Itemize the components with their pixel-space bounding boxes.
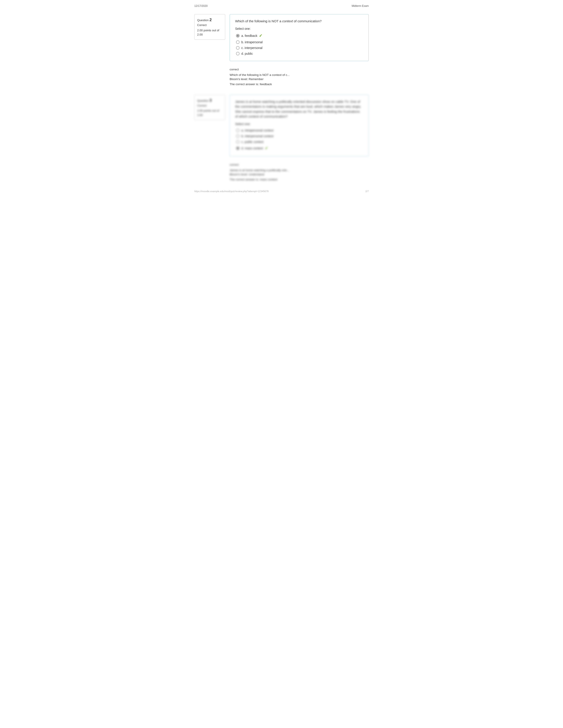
radio-3-a <box>236 129 239 132</box>
question-3-main: James is at home watching a politically … <box>229 95 369 156</box>
option-3-b-text: b. interpersonal context <box>241 134 273 138</box>
radio-3-c <box>236 140 239 144</box>
select-one-label-2: Select one: <box>235 27 363 30</box>
question-2-status: Correct <box>197 23 222 27</box>
question-2-number: 2 <box>209 18 212 22</box>
option-3-d: d. mass context ✓ <box>236 145 363 152</box>
header-date: 12/17/2020 <box>194 4 207 8</box>
select-one-label-3: Select one: <box>235 122 363 126</box>
feedback-3-summary: James is at home watching a politically … <box>229 169 369 172</box>
question-3-status: Correct <box>197 103 222 108</box>
question-2-block: Question 2 Correct 2.00 points out of 2.… <box>194 14 369 61</box>
feedback-2-status: correct <box>229 68 369 71</box>
feedback-2: correct Which of the following is NOT a … <box>229 68 369 86</box>
radio-2-a <box>236 34 239 38</box>
option-2-a: a. feedback ✓ <box>236 32 363 39</box>
option-3-b: b. interpersonal context <box>236 133 363 139</box>
page-header: 12/17/2020 Midterm Exam <box>194 4 369 8</box>
option-2-b: b. intrapersonal <box>236 39 363 45</box>
radio-2-d <box>236 52 239 55</box>
option-3-c: c. public context <box>236 139 363 145</box>
footer-page: 2/7 <box>366 190 369 193</box>
question-3-sidebar: Question 3 Correct 2.00 points out of 2.… <box>194 95 225 120</box>
radio-3-b <box>236 134 239 138</box>
footer-url: https://moodle.example.edu/mod/quiz/revi… <box>194 190 269 193</box>
feedback-3-status: correct <box>229 163 369 166</box>
question-3-options: a. intrapersonal context b. interpersona… <box>236 128 363 152</box>
page-footer: https://moodle.example.edu/mod/quiz/revi… <box>194 190 369 193</box>
option-2-c: c. interpersonal <box>236 45 363 51</box>
question-3-points: 2.00 points out of 2.00 <box>197 109 222 117</box>
question-2-options: a. feedback ✓ b. intrapersonal c. interp… <box>236 32 363 56</box>
question-3-text: James is at home watching a politically … <box>235 99 363 119</box>
feedback-3-answer: The correct answer is: mass context <box>229 178 369 181</box>
feedback-2-answer: The correct answer is: feedback <box>229 83 369 86</box>
option-2-c-text: c. interpersonal <box>241 46 262 50</box>
option-3-a-text: a. intrapersonal context <box>241 129 273 132</box>
option-2-d-text: d. public <box>241 52 253 55</box>
radio-2-b <box>236 40 239 44</box>
feedback-2-summary: Which of the following is NOT a context … <box>229 73 369 77</box>
question-3-label: Question <box>197 99 209 102</box>
radio-2-c <box>236 46 239 50</box>
question-2-main: Which of the following is NOT a context … <box>229 14 369 61</box>
correct-checkmark-2: ✓ <box>259 33 262 38</box>
option-3-c-text: c. public context <box>241 140 263 144</box>
question-2-text: Which of the following is NOT a context … <box>235 19 363 24</box>
option-2-b-text: b. intrapersonal <box>241 40 263 44</box>
option-3-d-text: d. mass context <box>241 146 263 150</box>
question-3-block: Question 3 Correct 2.00 points out of 2.… <box>194 95 369 156</box>
option-3-a: a. intrapersonal context <box>236 128 363 133</box>
radio-3-d <box>236 146 239 150</box>
option-2-a-letter: a. feedback <box>241 34 257 38</box>
question-2-sidebar: Question 2 Correct 2.00 points out of 2.… <box>194 14 225 40</box>
feedback-3-blooms: Bloom's level: Understand <box>229 173 369 176</box>
question-2-points: 2.00 points out of 2.00 <box>197 28 222 37</box>
header-title: Midterm Exam <box>352 4 369 8</box>
feedback-3: correct James is at home watching a poli… <box>229 163 369 181</box>
question-3-number: 3 <box>209 98 212 103</box>
option-2-d: d. public <box>236 51 363 56</box>
feedback-2-blooms: Bloom's level: Remember <box>229 77 369 81</box>
question-2-label: Question <box>197 19 209 22</box>
correct-checkmark-3: ✓ <box>265 146 268 151</box>
